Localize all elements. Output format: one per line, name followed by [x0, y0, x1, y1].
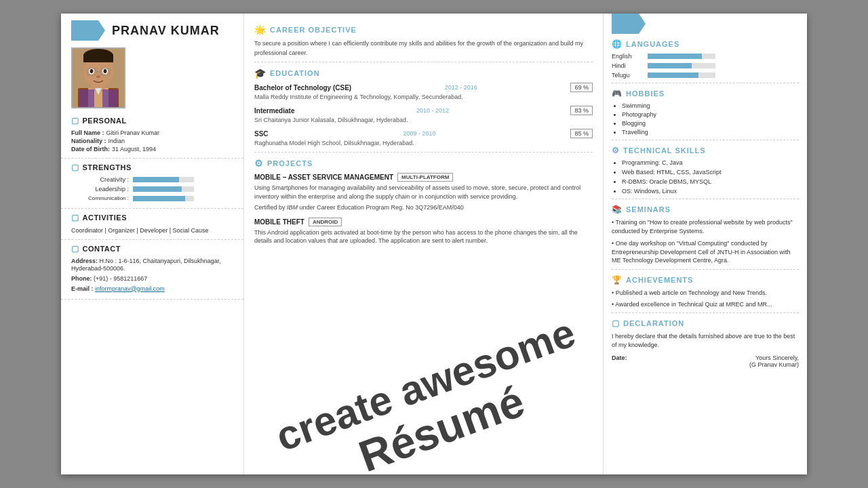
name-block: PRANAV KUMAR [112, 24, 220, 38]
activities-title: ▢ ACTIVITIES [71, 213, 233, 222]
creativity-row: Creativity : [71, 176, 233, 183]
seminars-section: 📚 SEMINARS • Training on "How to create … [612, 205, 799, 270]
seminars-title: 📚 SEMINARS [612, 205, 799, 214]
hobbies-list: Swimming Photography Blogging Travelling [612, 102, 799, 136]
declaration-title: ▢ DECLARATION [612, 319, 799, 328]
personal-title: ▢ PERSONAL [71, 116, 233, 125]
languages-icon: 🌐 [612, 39, 623, 49]
communication-bar-fill [133, 196, 185, 201]
svg-rect-16 [79, 89, 94, 108]
hobby-swimming: Swimming [622, 102, 799, 109]
contact-icon: ▢ [71, 244, 79, 253]
projects-title: ⚙ PROJECTS [254, 158, 593, 169]
languages-section: 🌐 LANGUAGES English Hindi Telugu [612, 39, 799, 83]
svg-point-9 [90, 69, 94, 73]
svg-point-14 [96, 75, 100, 78]
signature-block: Date: Yours Sincerely, (G Pranav Kumar) [612, 354, 799, 368]
leadership-row: Leadership : [71, 186, 233, 192]
career-icon: 🌟 [254, 24, 267, 35]
hobbies-section: 🎮 HOBBIES Swimming Photography Blogging … [612, 89, 799, 140]
svg-point-10 [104, 69, 107, 73]
projects-icon: ⚙ [254, 158, 264, 169]
personal-icon: ▢ [71, 116, 79, 125]
achievement-2: • Awarded excellence in Technical Quiz a… [612, 300, 799, 309]
project-item-2: MOBILE THEFT ANDROID This Android applic… [254, 218, 593, 245]
photo-box [71, 47, 125, 108]
seminar-1: • Training on "How to create professiona… [612, 218, 799, 235]
tech-item-3: R-DBMS: Oracle DBMS, MYSQL [622, 178, 799, 185]
english-bar-bg [648, 54, 715, 59]
project-item-1: MOBILE – ASSET SERVICE MANAGEMENT MULTI-… [254, 173, 593, 212]
communication-bar-bg [133, 196, 194, 201]
career-objective-section: 🌟 CAREER OBJECTIVE To secure a position … [254, 14, 593, 62]
strengths-section: ▢ STRENGTHS Creativity : Leadership : Co… [61, 159, 243, 209]
tech-item-4: OS: Windows, Linux [622, 188, 799, 195]
contact-title: ▢ CONTACT [71, 244, 233, 253]
declaration-text: I hereby declare that the details furnis… [612, 332, 799, 349]
lang-hindi: Hindi [612, 62, 799, 69]
name-header: PRANAV KUMAR [61, 14, 243, 44]
declaration-section: ▢ DECLARATION I hereby declare that the … [612, 319, 799, 368]
nationality-row: Nationality : Indian [71, 138, 233, 144]
activities-section: ▢ ACTIVITIES Coordinator | Organizer | D… [61, 209, 243, 240]
edu-item-3: SSC 2009 - 2010 85 % Raghunatha Model Hi… [254, 129, 593, 146]
email-row: E-mail : informpranav@gmail.com [71, 285, 233, 293]
resume-name: PRANAV KUMAR [112, 24, 220, 38]
telugu-bar-fill [648, 73, 698, 78]
hindi-bar-bg [648, 63, 715, 68]
right-panel: 🌐 LANGUAGES English Hindi Telugu [604, 14, 807, 474]
activities-icon: ▢ [71, 213, 79, 222]
hobbies-title: 🎮 HOBBIES [612, 89, 799, 98]
leadership-bar-fill [133, 186, 182, 192]
svg-rect-6 [83, 54, 113, 62]
blue-arrow-right [612, 14, 646, 34]
sign-block: Yours Sincerely, (G Pranav Kumar) [749, 354, 799, 368]
edu-header-1: Bachelor of Technology (CSE) 2012 - 2016… [254, 83, 593, 92]
resume-container: PRANAV KUMAR [61, 14, 807, 474]
leadership-bar-bg [133, 186, 194, 192]
technical-skills-section: ⚙ TECHNICAL SKILLS Programming: C, Java … [612, 146, 799, 199]
telugu-bar-bg [648, 73, 715, 78]
email-link[interactable]: informpranav@gmail.com [95, 285, 165, 292]
career-objective-title: 🌟 CAREER OBJECTIVE [254, 24, 593, 35]
photo-placeholder [71, 47, 125, 108]
hobby-photography: Photography [622, 111, 799, 118]
hobby-blogging: Blogging [622, 120, 799, 127]
hindi-bar-fill [648, 63, 692, 68]
edu-item-1: Bachelor of Technology (CSE) 2012 - 2016… [254, 83, 593, 100]
edu-item-2: Intermediate 2010 - 2012 83 % Sri Chaita… [254, 106, 593, 123]
blue-arrow-left [71, 20, 105, 41]
personal-section: ▢ PERSONAL Full Name : Gitiri Pranav Kum… [61, 112, 243, 159]
hobby-travelling: Travelling [622, 129, 799, 136]
career-objective-text: To secure a position where I can efficie… [254, 39, 593, 58]
svg-rect-17 [102, 89, 117, 108]
education-title: 🎓 EDUCATION [254, 68, 593, 79]
dob-row: Date of Birth: 31 August, 1994 [71, 146, 233, 152]
project-title-2: MOBILE THEFT ANDROID [254, 218, 593, 226]
seminar-2: • One day workshop on "Virtual Computing… [612, 239, 799, 265]
seminars-icon: 📚 [612, 205, 623, 214]
activities-text: Coordinator | Organizer | Developer | So… [71, 226, 233, 235]
declaration-icon: ▢ [612, 319, 620, 328]
strengths-icon: ▢ [71, 163, 79, 172]
tech-icon: ⚙ [612, 146, 620, 155]
creativity-bar-bg [133, 177, 194, 182]
edu-header-3: SSC 2009 - 2010 85 % [254, 129, 593, 138]
full-name-row: Full Name : Gitiri Pranav Kumar [71, 129, 233, 136]
date-block: Date: [612, 354, 627, 368]
edu-header-2: Intermediate 2010 - 2012 83 % [254, 106, 593, 115]
left-panel: PRANAV KUMAR [61, 14, 244, 474]
strengths-title: ▢ STRENGTHS [71, 163, 233, 172]
tech-item-2: Web Based: HTML, CSS, JavaScript [622, 169, 799, 176]
projects-section: ⚙ PROJECTS MOBILE – ASSET SERVICE MANAGE… [254, 158, 593, 245]
tech-list: Programming: C, Java Web Based: HTML, CS… [612, 159, 799, 195]
creativity-bar-fill [133, 177, 179, 182]
achievements-icon: 🏆 [612, 275, 623, 285]
education-icon: 🎓 [254, 68, 267, 79]
hobbies-icon: 🎮 [612, 89, 623, 98]
phone-row: Phone: (+91) - 9581211667 [71, 275, 233, 283]
middle-panel: 🌟 CAREER OBJECTIVE To secure a position … [244, 14, 604, 474]
english-bar-fill [648, 54, 702, 59]
achievements-title: 🏆 ACHIEVEMENTS [612, 275, 799, 285]
project-title-1: MOBILE – ASSET SERVICE MANAGEMENT MULTI-… [254, 173, 593, 182]
